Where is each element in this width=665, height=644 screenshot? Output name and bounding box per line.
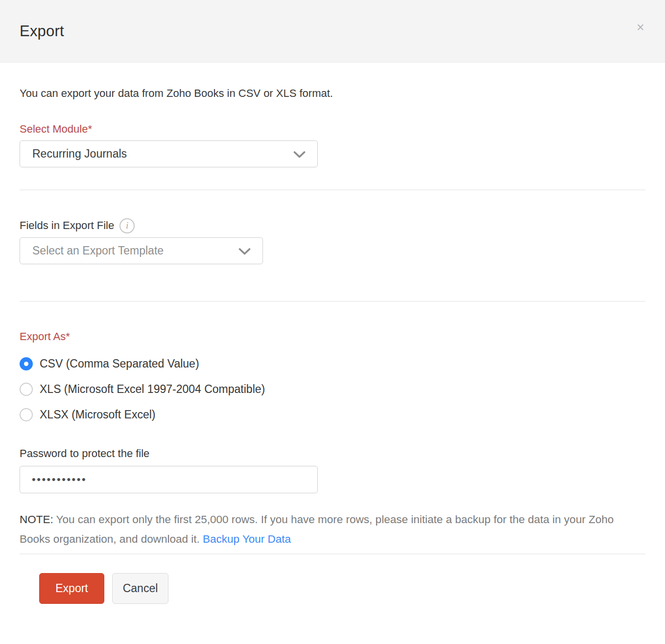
radio-option-label: XLSX (Microsoft Excel): [40, 408, 155, 421]
export-as-label: Export As*: [20, 330, 645, 344]
section-divider: [20, 189, 645, 190]
radio-option-csv[interactable]: CSV (Comma Separated Value): [20, 357, 645, 370]
radio-option-label: XLS (Microsoft Excel 1997-2004 Compatibl…: [40, 383, 265, 396]
password-input[interactable]: [20, 466, 318, 493]
close-icon[interactable]: ×: [633, 20, 648, 35]
backup-your-data-link[interactable]: Backup Your Data: [203, 533, 291, 545]
section-divider: [20, 301, 645, 302]
fields-in-export-label: Fields in Export File: [20, 219, 114, 232]
export-template-select[interactable]: Select an Export Template: [20, 237, 263, 264]
chevron-down-icon: [238, 248, 251, 257]
radio-option-xlsx[interactable]: XLSX (Microsoft Excel): [20, 408, 645, 421]
dialog-title: Export: [20, 23, 64, 40]
radio-button[interactable]: [20, 408, 33, 421]
radio-button-selected[interactable]: [20, 357, 33, 370]
dialog-body: You can export your data from Zoho Books…: [0, 87, 665, 643]
select-module-label: Select Module*: [20, 122, 645, 136]
note-text: NOTE: You can export only the first 25,0…: [20, 510, 645, 549]
export-button[interactable]: Export: [39, 573, 104, 604]
export-dialog: Export × You can export your data from Z…: [0, 0, 665, 644]
radio-option-xls[interactable]: XLS (Microsoft Excel 1997-2004 Compatibl…: [20, 383, 645, 396]
module-select[interactable]: Recurring Journals: [20, 140, 318, 167]
chevron-down-icon: [293, 151, 306, 161]
info-icon[interactable]: i: [119, 218, 135, 233]
radio-button[interactable]: [20, 383, 33, 396]
section-divider: [20, 553, 645, 554]
note-prefix: NOTE:: [20, 513, 53, 526]
fields-in-export-row: Fields in Export File i: [20, 218, 645, 233]
intro-text: You can export your data from Zoho Books…: [20, 87, 645, 100]
action-buttons: Export Cancel: [20, 573, 645, 604]
note-body: You can export only the first 25,000 row…: [20, 513, 614, 545]
cancel-button[interactable]: Cancel: [112, 573, 168, 604]
module-select-value: Recurring Journals: [32, 147, 127, 161]
export-template-placeholder: Select an Export Template: [32, 244, 164, 257]
dialog-header: Export ×: [0, 0, 665, 63]
password-label: Password to protect the file: [20, 447, 645, 460]
radio-option-label: CSV (Comma Separated Value): [40, 357, 199, 370]
